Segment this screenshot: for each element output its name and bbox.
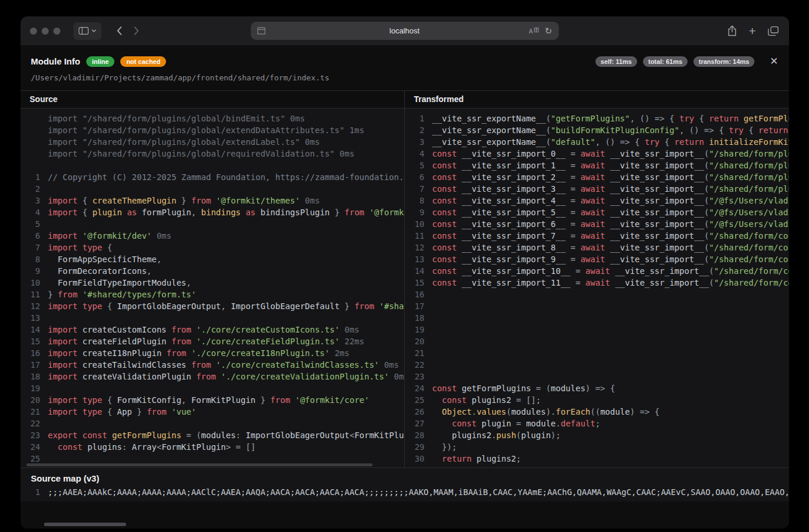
svg-text:A: A	[529, 28, 533, 35]
code-line: 7const __vite_ssr_import_3__ = await __v…	[405, 183, 789, 195]
source-map-code[interactable]: 1;;;AAEA;AAAkC;AAAA;AAAA;AAAA;AAClC;AAEA…	[21, 486, 789, 498]
line-number: 3	[21, 195, 48, 206]
source-panel-title: Source	[21, 91, 404, 109]
show-tabs-button[interactable]	[768, 26, 778, 36]
line-number: 5	[21, 218, 48, 230]
code-line: 21	[405, 347, 789, 359]
horizontal-scrollbar[interactable]	[44, 523, 126, 526]
code-line: 19	[405, 324, 789, 336]
timing-badge-total: total: 61ms	[643, 56, 688, 67]
sidebar-icon	[79, 27, 89, 35]
line-number	[21, 124, 48, 136]
code-line: 18import createValidationPlugin from './…	[21, 371, 404, 382]
minimize-window-button[interactable]	[42, 28, 49, 35]
source-code[interactable]: import "/shared/form/plugins/global/bind…	[21, 109, 404, 467]
code-line: 10 FormFieldTypeImportModules,	[21, 277, 404, 289]
code-line: 14const __vite_ssr_import_10__ = await _…	[405, 265, 789, 277]
line-number: 18	[405, 312, 432, 324]
code-line: 28 plugins2.push(plugin);	[405, 429, 789, 441]
line-number: 1	[21, 486, 48, 498]
line-number: 30	[405, 453, 432, 465]
tabs-icon	[768, 26, 778, 36]
close-window-button[interactable]	[30, 28, 37, 35]
share-button[interactable]	[727, 25, 737, 36]
code-line: 26 Object.values(modules).forEach((modul…	[405, 406, 789, 418]
transformed-code[interactable]: 1__vite_ssr_exportName__("getFormPlugins…	[405, 109, 789, 467]
line-number: 25	[21, 453, 48, 465]
line-number: 20	[405, 336, 432, 347]
traffic-lights	[30, 28, 60, 35]
line-number: 14	[21, 324, 48, 336]
code-line: 3__vite_ssr_exportName__("default", () =…	[405, 136, 789, 148]
line-number: 18	[21, 371, 48, 382]
line-number: 5	[405, 160, 432, 171]
code-line: 11const __vite_ssr_import_7__ = await __…	[405, 230, 789, 242]
line-number: 10	[405, 218, 432, 230]
line-number: 20	[21, 394, 48, 406]
code-line: 12import type { ImportGlobEagerOutput, I…	[21, 300, 404, 312]
code-line: 9const __vite_ssr_import_5__ = await __v…	[405, 206, 789, 218]
line-number: 11	[405, 230, 432, 242]
line-number: 25	[405, 394, 432, 406]
code-line: 8 FormAppSpecificTheme,	[21, 253, 404, 265]
source-horizontal-scrollbar[interactable]	[26, 463, 373, 466]
code-line	[21, 160, 404, 171]
code-line: 18	[405, 312, 789, 324]
sidebar-toggle-button[interactable]	[73, 22, 101, 40]
reload-button[interactable]: ↻	[544, 26, 552, 35]
code-line: 23export const getFormPlugins = (modules…	[21, 429, 404, 441]
line-number: 1	[405, 113, 432, 124]
url-text: localhost	[390, 26, 419, 35]
code-line: 8const __vite_ssr_import_4__ = await __v…	[405, 195, 789, 206]
code-line: 4import { plugin as formPlugin, bindings…	[21, 206, 404, 218]
line-number: 19	[405, 324, 432, 336]
code-line: 3import { createThemePlugin } from '@for…	[21, 195, 404, 206]
module-info-header: Module Info inline not cached self: 11ms…	[21, 45, 789, 72]
code-line: 21import type { App } from 'vue'	[21, 406, 404, 418]
code-line: import "/shared/form/plugins/global/bind…	[21, 113, 404, 124]
forward-button[interactable]	[134, 26, 139, 35]
code-line: 5	[21, 218, 404, 230]
line-number: 12	[405, 242, 432, 253]
code-line: 20	[405, 336, 789, 347]
close-button[interactable]: ✕	[770, 55, 778, 67]
code-line: 2__vite_ssr_exportName__("buildFormKitPl…	[405, 124, 789, 136]
code-line: 6const __vite_ssr_import_2__ = await __v…	[405, 171, 789, 183]
timing-badge-transform: transform: 14ms	[693, 56, 754, 67]
line-number: 23	[21, 429, 48, 441]
code-line: 2	[21, 183, 404, 195]
code-line: 15const __vite_ssr_import_11__ = await _…	[405, 277, 789, 289]
line-number: 6	[21, 230, 48, 242]
zoom-window-button[interactable]	[53, 28, 60, 35]
new-tab-button[interactable]: +	[749, 25, 756, 37]
chevron-down-icon	[92, 29, 96, 32]
line-number: 19	[21, 382, 48, 394]
line-number: 8	[21, 253, 48, 265]
back-button[interactable]	[117, 26, 122, 35]
code-line: import "/shared/form/plugins/global/requ…	[21, 148, 404, 160]
browser-window: localhost A ↻ + Modu	[21, 16, 789, 528]
code-line: import "/shared/form/plugins/global/exte…	[21, 136, 404, 148]
address-bar[interactable]: localhost A ↻	[251, 22, 558, 40]
code-line: 23	[405, 371, 789, 382]
browser-titlebar: localhost A ↻ +	[21, 16, 789, 45]
code-line: 15import createFieldPlugin from './core/…	[21, 336, 404, 347]
line-number	[21, 160, 48, 171]
line-number: 10	[21, 277, 48, 289]
line-number: 24	[21, 441, 48, 453]
code-line: 4const __vite_ssr_import_0__ = await __v…	[405, 148, 789, 160]
share-icon	[727, 25, 737, 36]
module-info-page: Module Info inline not cached self: 11ms…	[21, 45, 789, 528]
line-number: 29	[405, 441, 432, 453]
status-badge-inline: inline	[86, 56, 115, 67]
line-number: 24	[405, 382, 432, 394]
line-number	[21, 136, 48, 148]
line-number: 27	[405, 418, 432, 429]
code-line: 19	[21, 382, 404, 394]
line-number: 9	[21, 265, 48, 277]
translate-icon[interactable]: A	[529, 27, 539, 35]
code-line: 30 return plugins2;	[405, 453, 789, 465]
titlebar-right-actions: +	[727, 16, 778, 45]
site-icon	[257, 27, 265, 35]
line-number: 13	[405, 253, 432, 265]
